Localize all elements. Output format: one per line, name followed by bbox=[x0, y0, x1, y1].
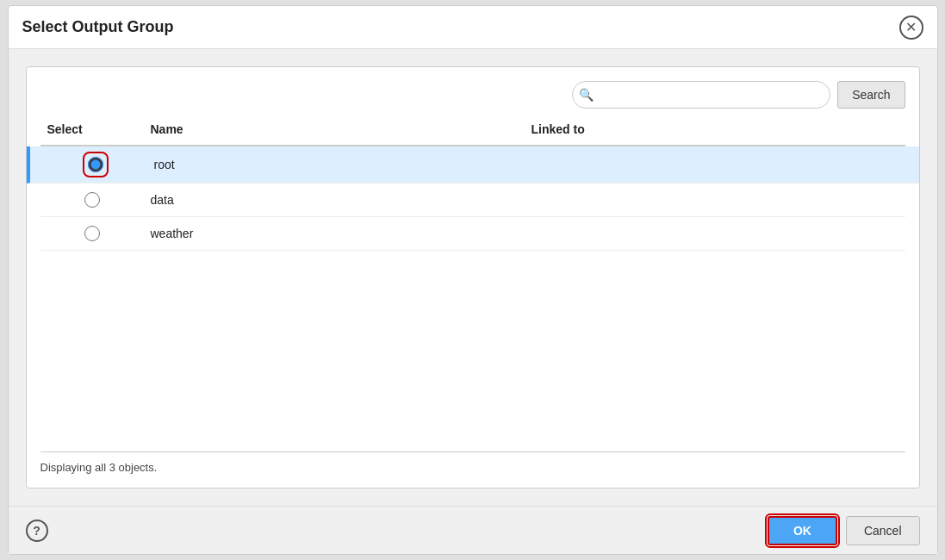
table-rows: root data bbox=[40, 146, 905, 445]
col-header-select: Select bbox=[40, 119, 144, 140]
search-icon: 🔍 bbox=[579, 88, 594, 102]
radio-cell-weather[interactable] bbox=[40, 222, 144, 245]
search-input-wrapper: 🔍 bbox=[572, 81, 830, 109]
name-cell-weather: weather bbox=[144, 223, 525, 244]
radio-cell-root[interactable] bbox=[44, 152, 147, 177]
dialog-footer: ? OK Cancel bbox=[9, 506, 937, 554]
table-row[interactable]: root bbox=[27, 146, 919, 184]
linked-cell-root bbox=[526, 161, 905, 168]
radio-data[interactable] bbox=[84, 192, 100, 208]
close-button[interactable]: ✕ bbox=[899, 16, 923, 40]
linked-cell-data bbox=[525, 196, 905, 203]
table-row[interactable]: data bbox=[40, 184, 905, 217]
name-cell-root: root bbox=[147, 154, 526, 175]
table-container: Select Name Linked to root bbox=[40, 119, 905, 445]
cancel-button[interactable]: Cancel bbox=[846, 516, 920, 545]
content-panel: 🔍 Search Select Name Linked to bbox=[26, 66, 920, 488]
col-header-name: Name bbox=[144, 119, 525, 140]
search-button[interactable]: Search bbox=[837, 81, 905, 109]
linked-cell-weather bbox=[525, 230, 905, 237]
select-output-group-dialog: Select Output Group ✕ 🔍 Search Select Na… bbox=[8, 5, 938, 555]
radio-weather[interactable] bbox=[84, 226, 100, 241]
search-bar: 🔍 Search bbox=[40, 81, 905, 109]
ok-button[interactable]: OK bbox=[768, 516, 837, 545]
status-text: Displaying all 3 objects. bbox=[40, 461, 158, 474]
table-row[interactable]: weather bbox=[40, 217, 905, 251]
radio-cell-data[interactable] bbox=[40, 189, 144, 211]
radio-root[interactable] bbox=[88, 157, 103, 172]
dialog-body: 🔍 Search Select Name Linked to bbox=[9, 49, 937, 506]
col-header-linked-to: Linked to bbox=[525, 119, 905, 140]
dialog-header: Select Output Group ✕ bbox=[9, 6, 937, 49]
dialog-title: Select Output Group bbox=[22, 18, 174, 36]
footer-buttons: OK Cancel bbox=[768, 516, 920, 545]
table-header: Select Name Linked to bbox=[40, 119, 905, 146]
help-button[interactable]: ? bbox=[26, 520, 48, 542]
footer-status: Displaying all 3 objects. bbox=[40, 451, 905, 474]
search-input[interactable] bbox=[572, 81, 830, 109]
name-cell-data: data bbox=[144, 190, 525, 210]
